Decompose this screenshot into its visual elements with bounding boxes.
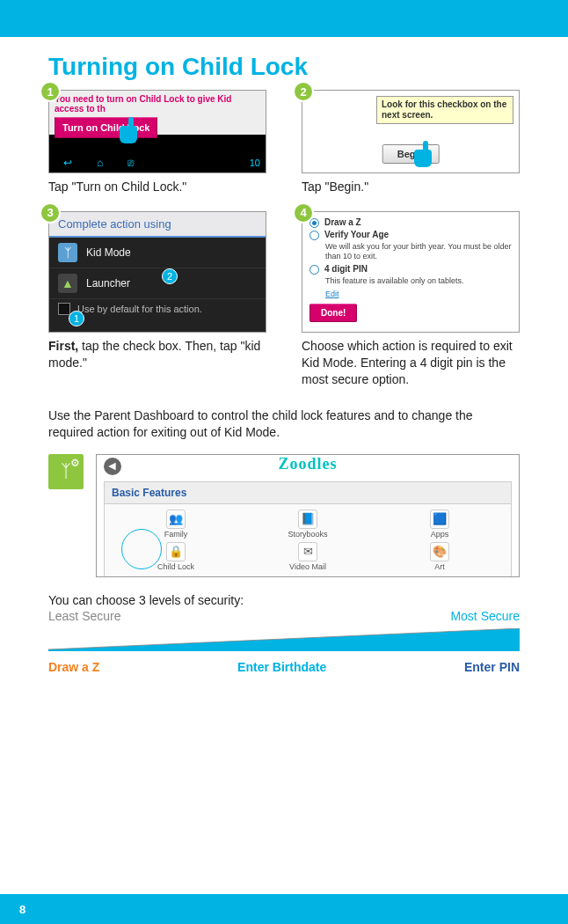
security-opt-birthdate: Enter Birthdate [237,660,326,674]
verify-age-label: Verify Your Age [324,230,389,239]
radio-pin[interactable] [309,265,319,275]
page-number: 8 [19,903,25,916]
launcher-icon: ▲ [58,274,77,293]
verify-age-sub: We will ask you for your birth year. You… [325,242,512,261]
pin-sub: This feature is available only on tablet… [325,276,512,286]
clock-icon: 10 [250,158,260,168]
family-feature-icon: 👥 [166,510,186,529]
tap-hand-icon [414,150,437,173]
child-lock-feature-label: Child Lock [119,562,233,571]
video-mail-feature-label: Video Mail [251,562,365,571]
caption-2: Tap "Begin." [302,179,520,195]
security-intro: You can choose 3 levels of security: [48,593,520,607]
option-kid-mode[interactable]: ᛉ Kid Mode [49,238,266,268]
page-content: Turning on Child Lock 1 You need to turn… [0,37,568,674]
steps-grid: 1 You need to turn on Child Lock to give… [48,90,520,388]
apps-feature-icon: 🟦 [430,510,449,529]
pin-label: 4 digit PIN [324,264,368,274]
back-icon: ↩ [63,157,72,169]
caption-4: Choose which action is required to exit … [302,338,520,388]
kid-mode-label: Kid Mode [86,246,131,259]
family-icon: ᛉ [61,461,71,481]
dashboard-screenshot: ◄ Zoodles Basic Features 👥Family 📘Storyb… [96,454,520,577]
radio-verify-age[interactable] [309,231,319,240]
home-icon: ⌂ [97,157,103,169]
back-button[interactable]: ◄ [104,458,121,475]
step-badge-4: 4 [293,202,314,224]
dashboard-paragraph: Use the Parent Dashboard to control the … [48,407,520,442]
least-secure-label: Least Secure [48,609,121,623]
alert-text: You need to turn on Child Lock to give K… [55,94,260,114]
security-range-labels: Least Secure Most Secure [48,609,520,623]
option-pin[interactable]: 4 digit PIN [309,264,512,275]
screenshot-3: Complete action using ᛉ Kid Mode ▲ Launc… [48,211,266,333]
option-verify-age[interactable]: Verify Your Age [309,230,512,240]
feature-apps[interactable]: 🟦Apps [382,510,497,539]
launcher-label: Launcher [86,277,130,290]
default-label: Use by default for this action. [77,304,202,314]
step-badge-2: 2 [293,81,314,102]
app-banner: ◄ Zoodles [97,455,519,478]
security-opt-draw-z: Draw a Z [48,660,99,674]
feature-art[interactable]: 🎨Art [382,542,497,571]
marker-2: 2 [162,268,178,284]
caption-3: First, tap the check box. Then, tap "kid… [48,338,266,371]
feature-video-mail[interactable]: ✉Video Mail [251,542,365,571]
step-1: 1 You need to turn on Child Lock to give… [48,90,266,195]
app-banner-text: Zoodles [278,455,337,473]
option-draw-z[interactable]: Draw a Z [309,217,512,228]
caption-3-rest: tap the check box. Then, tap "kid mode." [48,339,260,370]
security-opt-pin: Enter PIN [464,660,520,674]
section-header: Basic Features [105,482,511,504]
screenshot-4: Draw a Z Verify Your Age We will ask you… [302,211,520,333]
dialog-title: Complete action using [49,212,266,238]
wedge-shape [48,628,520,651]
step-badge-1: 1 [40,81,61,102]
android-nav-bar: ↩ ⌂ ⎚ 10 [49,153,266,172]
most-secure-label: Most Secure [450,609,520,623]
feature-storybooks[interactable]: 📘Storybooks [251,510,365,539]
parent-dashboard-icon: ᛉ [48,454,84,489]
child-lock-feature-icon: 🔒 [166,542,186,561]
marker-1: 1 [69,311,84,326]
step-2: 2 Look for this checkbox on the next scr… [302,90,520,195]
feature-family[interactable]: 👥Family [119,510,233,539]
security-options: Draw a Z Enter Birthdate Enter PIN [48,660,520,674]
default-checkbox[interactable] [58,303,70,315]
recent-icon: ⎚ [127,157,134,169]
art-feature-label: Art [382,562,497,571]
step-3: 3 Complete action using ᛉ Kid Mode ▲ Lau… [48,211,266,388]
family-feature-label: Family [119,530,233,539]
apps-feature-label: Apps [382,530,497,539]
page-footer: 8 [0,894,568,924]
top-bar [0,0,568,37]
basic-features-section: Basic Features 👥Family 📘Storybooks 🟦Apps… [104,481,512,577]
feature-child-lock[interactable]: 🔒Child Lock [119,542,233,571]
screenshot-1: You need to turn on Child Lock to give K… [48,90,266,173]
edit-link[interactable]: Edit [325,290,512,298]
page-title: Turning on Child Lock [48,53,520,81]
caption-3-bold: First, [48,339,78,353]
tooltip-box: Look for this checkbox on the next scree… [376,96,513,124]
option-launcher[interactable]: ▲ Launcher [49,268,266,299]
alert-banner: You need to turn on Child Lock to give K… [49,91,266,135]
caption-1: Tap "Turn on Child Lock." [48,179,266,195]
draw-z-label: Draw a Z [324,217,361,227]
video-mail-feature-icon: ✉ [298,542,317,561]
security-wedge [48,628,520,651]
dashboard-row: ᛉ ◄ Zoodles Basic Features 👥Family 📘Stor… [48,454,520,577]
features-grid: 👥Family 📘Storybooks 🟦Apps 🔒Child Lock ✉V… [105,504,511,571]
step-badge-3: 3 [40,202,61,224]
step-4: 4 Draw a Z Verify Your Age We will ask y… [302,211,520,388]
storybooks-feature-icon: 📘 [298,510,317,529]
screenshot-2: Look for this checkbox on the next scree… [302,90,520,173]
kid-mode-icon: ᛉ [58,243,77,262]
storybooks-feature-label: Storybooks [251,530,365,539]
done-button[interactable]: Done! [309,304,357,322]
tap-hand-icon [120,126,142,154]
art-feature-icon: 🎨 [430,542,449,561]
